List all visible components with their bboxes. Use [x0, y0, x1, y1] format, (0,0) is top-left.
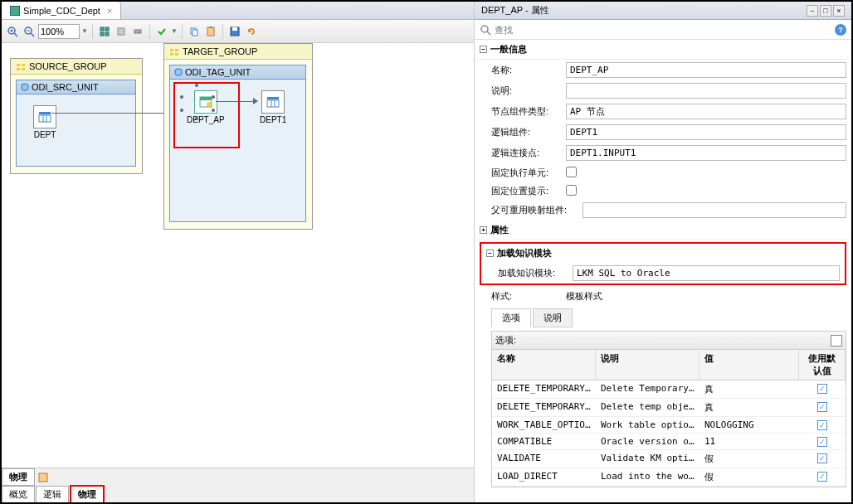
opt-name: DELETE_TEMPORARY_...	[492, 381, 596, 397]
option-row[interactable]: DELETE_TEMPORARY_...Delete Temporary ...…	[492, 380, 846, 399]
search-input[interactable]	[495, 25, 835, 35]
zoom-select[interactable]	[38, 24, 80, 39]
svg-line-42	[487, 32, 490, 35]
editor-panel: Simple_CDC_Dept × ▼ ▼	[2, 2, 475, 502]
tab-description[interactable]: 说明	[533, 308, 573, 327]
inner-connection	[216, 101, 253, 102]
option-row[interactable]: DELETE_TEMPORARY_...Delete temp objec...…	[492, 399, 846, 417]
opt-def[interactable]: ✓	[799, 381, 846, 397]
tab-physical[interactable]: 物理	[70, 485, 105, 504]
svg-rect-36	[267, 97, 279, 99]
input-desc[interactable]	[566, 83, 846, 99]
validate-icon[interactable]	[154, 24, 169, 39]
section-attrs-title: 属性	[490, 224, 509, 236]
minimize-button[interactable]: −	[807, 5, 818, 17]
section-lkm[interactable]: − 加载知识模块	[481, 244, 845, 263]
close-icon[interactable]: ×	[107, 6, 112, 16]
opt-desc: Work table options	[596, 418, 699, 432]
opt-def[interactable]: ✓	[799, 418, 846, 432]
source-unit[interactable]: ODI_SRC_UNIT DEPT	[16, 80, 136, 167]
collapse-icon[interactable]: −	[480, 46, 487, 53]
search-bar: ?	[475, 20, 851, 40]
opt-def[interactable]: ✓	[799, 451, 846, 467]
paste-icon[interactable]	[203, 24, 218, 39]
col-desc[interactable]: 说明	[596, 350, 699, 380]
section-general[interactable]: − 一般信息	[475, 40, 851, 60]
tab-options-icon[interactable]	[37, 472, 49, 483]
expand-all-icon[interactable]	[97, 24, 112, 39]
opt-def[interactable]: ✓	[799, 469, 846, 485]
zoom-in-icon[interactable]	[5, 24, 20, 39]
copy-icon[interactable]	[187, 24, 202, 39]
input-reuse	[582, 202, 846, 218]
input-name[interactable]	[566, 62, 846, 78]
svg-line-1	[14, 33, 17, 36]
dept-node-label: DEPT	[34, 130, 56, 139]
grid-view-icon[interactable]	[831, 335, 842, 346]
editor-tab-bar: Simple_CDC_Dept ×	[2, 2, 474, 20]
target-group[interactable]: TARGET_GROUP ODI_TAG_UNIT	[163, 43, 313, 230]
zoom-out-icon[interactable]	[22, 24, 37, 39]
tab-physical-top[interactable]: 物理	[2, 468, 35, 486]
svg-rect-29	[175, 49, 178, 51]
svg-rect-12	[134, 30, 141, 33]
properties-title: DEPT_AP - 属性	[481, 4, 549, 17]
collapse-icon[interactable]	[114, 24, 129, 39]
col-def[interactable]: 使用默认值	[799, 350, 846, 380]
opt-val[interactable]: 假	[699, 451, 799, 467]
connection-line	[51, 113, 180, 114]
section-attrs[interactable]: + 属性	[475, 220, 851, 240]
editor-tab[interactable]: Simple_CDC_Dept ×	[2, 2, 121, 19]
input-lkm[interactable]	[573, 265, 840, 281]
svg-rect-19	[17, 64, 20, 66]
option-row[interactable]: VALIDATEValidate KM options假✓	[492, 450, 846, 468]
opt-val[interactable]: 假	[699, 469, 799, 485]
validate-dropdown[interactable]: ▼	[171, 27, 178, 35]
tab-overview[interactable]: 概览	[2, 486, 35, 503]
opt-def[interactable]: ✓	[799, 434, 846, 448]
dept-ap-node[interactable]: DEPT_AP	[187, 90, 225, 124]
check-pos[interactable]	[566, 185, 577, 196]
target-unit[interactable]: ODI_TAG_UNIT DEPT_AP	[169, 65, 306, 222]
label-pos: 固定位置提示:	[491, 185, 566, 197]
value-style: 模板样式	[566, 290, 846, 303]
properties-title-bar: DEPT_AP - 属性 − □ ×	[475, 2, 851, 20]
expand-icon[interactable]: +	[480, 226, 487, 234]
opt-val[interactable]: 真	[699, 400, 799, 415]
option-row[interactable]: LOAD_DIRECTLoad into the wor...假✓	[492, 468, 846, 487]
collapse-icon[interactable]: −	[486, 250, 494, 257]
toolbar: ▼ ▼	[2, 20, 474, 43]
maximize-button[interactable]: □	[820, 5, 831, 17]
tab-logical[interactable]: 逻辑	[36, 486, 69, 503]
check-exec[interactable]	[566, 167, 577, 177]
option-row[interactable]: COMPATIBLEOracle version of...11✓	[492, 434, 846, 450]
svg-line-5	[31, 33, 34, 36]
svg-rect-37	[267, 100, 279, 107]
source-group-title: SOURCE_GROUP	[29, 61, 107, 71]
table-icon	[261, 90, 285, 114]
dept-node[interactable]: DEPT	[33, 105, 56, 139]
source-group-header: SOURCE_GROUP	[11, 59, 142, 75]
col-name[interactable]: 名称	[492, 350, 596, 380]
opt-val[interactable]: 11	[699, 434, 799, 448]
group-icon	[169, 46, 179, 56]
save-icon[interactable]	[227, 24, 242, 39]
svg-rect-30	[170, 53, 173, 56]
source-group[interactable]: SOURCE_GROUP ODI_SRC_UNIT DEPT	[10, 58, 143, 174]
col-val[interactable]: 值	[699, 350, 799, 380]
opt-name: WORK_TABLE_OPTIONS	[492, 418, 596, 432]
help-icon[interactable]: ?	[835, 24, 846, 36]
option-row[interactable]: WORK_TABLE_OPTIONSWork table optionsNOLO…	[492, 417, 846, 434]
tab-options[interactable]: 选项	[491, 308, 531, 327]
zoom-dropdown[interactable]: ▼	[81, 27, 88, 35]
options-header-label: 选项:	[495, 334, 516, 346]
dept1-node[interactable]: DEPT1	[260, 90, 286, 124]
mapping-canvas[interactable]: SOURCE_GROUP ODI_SRC_UNIT DEPT	[2, 43, 474, 468]
opt-def[interactable]: ✓	[799, 400, 846, 415]
svg-point-41	[481, 26, 488, 32]
opt-val[interactable]: 真	[699, 381, 799, 397]
opt-val[interactable]: NOLOGGING	[699, 418, 799, 432]
close-button[interactable]: ×	[833, 5, 845, 17]
refresh-icon[interactable]	[244, 24, 259, 39]
hide-icon[interactable]	[130, 24, 145, 39]
